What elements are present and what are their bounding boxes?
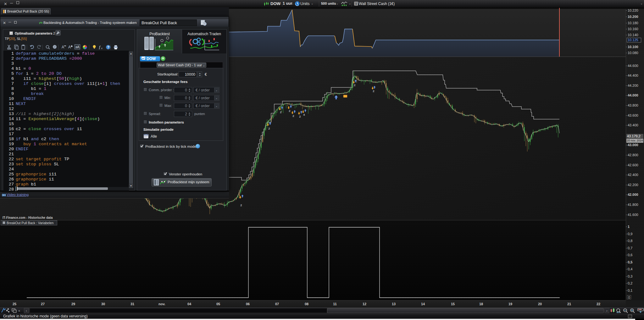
svg-text://: // <box>54 46 56 48</box>
svg-text:?: ? <box>204 23 205 26</box>
svg-text:x: x <box>101 47 103 50</box>
svg-text:?: ? <box>107 45 109 49</box>
svg-text:«: « <box>18 309 20 312</box>
svg-text:A: A <box>62 45 64 49</box>
svg-text:A: A <box>68 45 71 49</box>
svg-text:f: f <box>99 45 101 49</box>
